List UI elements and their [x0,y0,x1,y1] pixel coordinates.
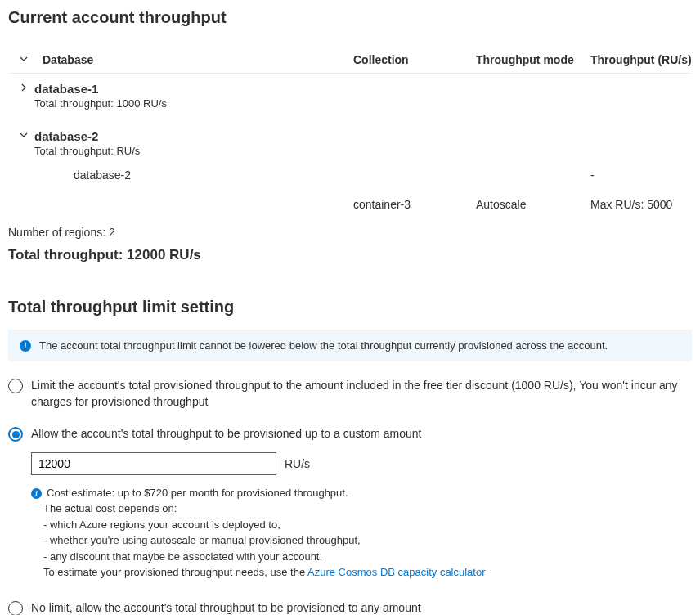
radio-label: No limit, allow the account's total thro… [31,600,692,615]
radio-button[interactable] [8,379,23,393]
throughput-input[interactable] [31,452,276,475]
input-suffix: RU/s [285,457,310,470]
radio-option-no-limit[interactable]: No limit, allow the account's total thro… [8,600,692,615]
database-subtitle: Total throughput: RU/s [34,145,140,157]
database-row[interactable]: database-1 Total throughput: 1000 RU/s [8,74,692,113]
limit-setting-heading: Total throughput limit setting [8,298,692,316]
table-row: database-2 - [8,160,692,190]
info-icon: i [31,488,42,499]
table-header-row: Database Collection Throughput mode Thro… [8,47,692,74]
child-throughput-cell: - [590,168,692,182]
database-name: database-1 [34,82,167,96]
database-subtitle: Total throughput: 1000 RU/s [34,97,167,110]
child-database-cell: database-2 [43,168,353,182]
total-throughput: Total throughput: 12000 RU/s [8,247,692,263]
radio-button[interactable] [8,427,23,442]
table-row: container-3 Autoscale Max RU/s: 5000 [8,190,692,219]
cost-line: - which Azure regions your account is de… [43,517,692,533]
header-mode[interactable]: Throughput mode [476,53,590,66]
regions-count: Number of regions: 2 [8,226,692,239]
capacity-calculator-link[interactable]: Azure Cosmos DB capacity calculator [307,566,485,578]
info-icon: i [20,340,31,352]
chevron-down-icon[interactable] [18,129,29,141]
info-text: The account total throughput limit canno… [39,339,608,352]
header-database[interactable]: Database [43,53,353,66]
header-collection[interactable]: Collection [353,53,476,66]
radio-label: Limit the account's total provisioned th… [31,378,692,410]
cost-line: Cost estimate: up to $720 per month for … [47,487,348,499]
chevron-down-icon[interactable] [18,53,29,65]
radio-button[interactable] [8,601,23,615]
cost-estimate-block: iCost estimate: up to $720 per month for… [31,485,692,581]
database-name: database-2 [34,129,140,143]
child-mode-cell: Autoscale [476,198,590,211]
radio-option-custom[interactable]: Allow the account's total throughput to … [8,426,692,581]
cost-line: The actual cost depends on: [43,501,692,517]
radio-option-free-tier[interactable]: Limit the account's total provisioned th… [8,378,692,410]
cost-line: - any discount that maybe be associated … [43,549,692,565]
cost-line: - whether you're using autoscale or manu… [43,532,692,549]
info-banner: i The account total throughput limit can… [8,330,692,361]
chevron-right-icon[interactable] [18,82,29,93]
child-collection-cell: container-3 [353,198,476,211]
radio-label: Allow the account's total throughput to … [31,426,692,442]
cost-line-prefix: To estimate your provisioned throughput … [43,566,307,578]
child-throughput-cell: Max RU/s: 5000 [590,198,692,211]
page-title: Current account throughput [8,8,692,27]
database-row[interactable]: database-2 Total throughput: RU/s [8,121,692,160]
header-throughput[interactable]: Throughput (RU/s) [590,53,692,66]
